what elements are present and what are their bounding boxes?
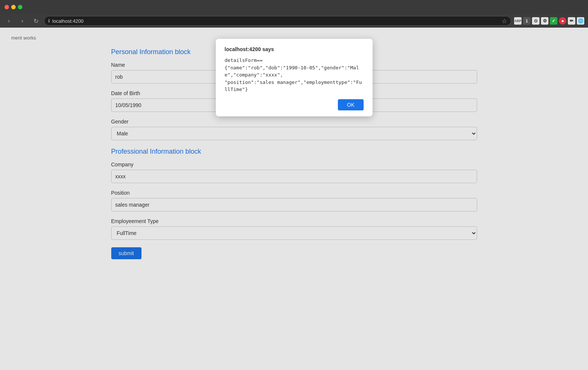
dialog-overlay: localhost:4200 says detailsForm== {"name… (0, 28, 588, 370)
maximize-window-button[interactable] (18, 5, 22, 9)
minimize-window-button[interactable] (11, 5, 16, 9)
dialog-message-line1: detailsForm== (225, 57, 263, 63)
address-text: localhost:4200 (52, 18, 500, 24)
ext2-icon[interactable]: 1 (523, 17, 531, 25)
alert-dialog: localhost:4200 says detailsForm== {"name… (216, 39, 373, 116)
info-icon: ℹ (48, 18, 50, 23)
back-button[interactable]: ‹ (4, 16, 14, 26)
browser-chrome: ‹ › ↻ ℹ localhost:4200 ☆ ABP 1 ⊙ ⚙ ✓ ● ✏… (0, 0, 588, 28)
ext8-icon[interactable]: 🌐 (577, 17, 584, 25)
ext6-icon[interactable]: ● (559, 17, 566, 25)
dialog-message: detailsForm== {"name":"rob","dob":"1990-… (225, 57, 364, 93)
browser-toolbar: ‹ › ↻ ℹ localhost:4200 ☆ ABP 1 ⊙ ⚙ ✓ ● ✏… (0, 14, 588, 28)
dialog-message-line2: {"name":"rob","dob":"1990-10-05","gender… (225, 65, 359, 78)
page-content: ment works Personal Information block Na… (0, 28, 588, 370)
dialog-footer: OK (225, 99, 364, 110)
dialog-title: localhost:4200 says (225, 46, 364, 52)
extension-icons: ABP 1 ⊙ ⚙ ✓ ● ✏ 🌐 (514, 17, 584, 25)
ext7-icon[interactable]: ✏ (568, 17, 575, 25)
forward-button[interactable]: › (17, 16, 28, 26)
browser-titlebar (0, 0, 588, 14)
bookmark-icon[interactable]: ☆ (502, 18, 507, 25)
ext5-icon[interactable]: ✓ (550, 17, 557, 25)
ext4-icon[interactable]: ⚙ (541, 17, 548, 25)
reload-button[interactable]: ↻ (31, 16, 41, 26)
traffic-lights (4, 5, 22, 9)
abp-icon[interactable]: ABP (514, 17, 522, 25)
dialog-message-line3: "position":"sales manager","employmentty… (225, 79, 362, 92)
close-window-button[interactable] (4, 5, 9, 9)
ext3-icon[interactable]: ⊙ (532, 17, 539, 25)
dialog-ok-button[interactable]: OK (338, 99, 363, 110)
address-bar[interactable]: ℹ localhost:4200 ☆ (44, 16, 511, 26)
